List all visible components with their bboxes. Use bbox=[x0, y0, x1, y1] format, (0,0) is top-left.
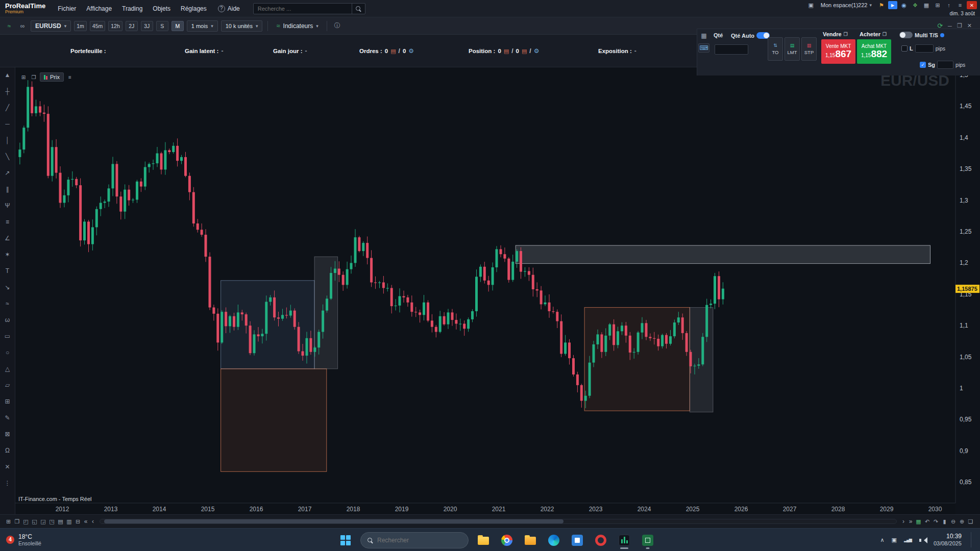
pencil-tool[interactable]: ✎ bbox=[2, 412, 13, 423]
fullscreen-icon[interactable]: ❏ bbox=[966, 517, 975, 526]
sg-pips-input[interactable] bbox=[937, 61, 953, 69]
layout-1-icon[interactable]: ◰ bbox=[21, 517, 30, 526]
chart-drawings[interactable] bbox=[221, 245, 930, 471]
hidden-icons-chevron[interactable]: ∧ bbox=[880, 537, 884, 543]
link-icon[interactable]: ∞ bbox=[17, 21, 28, 31]
calendar-icon[interactable]: ▦ bbox=[922, 1, 931, 9]
zoom-out-icon[interactable]: ⊖ bbox=[949, 517, 958, 526]
upload-icon[interactable]: ↑ bbox=[944, 1, 953, 9]
units-select[interactable]: 10 k unités ▾ bbox=[221, 20, 263, 32]
undo-icon[interactable]: ↶ bbox=[923, 517, 932, 526]
popout-icon[interactable]: ❐ bbox=[844, 32, 848, 37]
elliott-wave-tool[interactable]: ω bbox=[2, 314, 13, 325]
menu-trading[interactable]: Trading bbox=[117, 0, 148, 17]
popout-icon[interactable]: ❐ bbox=[883, 32, 887, 37]
add-indicator-icon[interactable]: ⊞ bbox=[19, 73, 28, 81]
zone-gray-2025[interactable] bbox=[690, 308, 713, 412]
duplicate-window-icon[interactable]: ❐ bbox=[13, 517, 21, 526]
l-pips-input[interactable] bbox=[915, 44, 934, 53]
minimize-icon[interactable]: ─ bbox=[948, 23, 952, 29]
pitchfork-tool[interactable]: Ψ bbox=[2, 200, 13, 211]
chart-type-icon[interactable]: ≈ bbox=[4, 21, 14, 31]
chrome-button[interactable] bbox=[498, 531, 516, 549]
timeframe-m[interactable]: M bbox=[172, 21, 184, 31]
show-desktop-button[interactable] bbox=[971, 532, 973, 547]
edge-button[interactable] bbox=[545, 531, 562, 549]
ray-tool[interactable]: ↗ bbox=[2, 167, 13, 179]
segment-tool[interactable]: ╲ bbox=[2, 151, 13, 162]
horizontal-scrollbar[interactable] bbox=[100, 519, 897, 524]
position-list-icon[interactable]: ▤ bbox=[504, 48, 509, 55]
close-icon[interactable]: ✕ bbox=[967, 1, 977, 9]
outlook-button[interactable] bbox=[569, 531, 586, 549]
scroll-left-button[interactable]: ‹ bbox=[89, 518, 96, 525]
economic-calendar-icon[interactable]: ▦ bbox=[914, 517, 923, 526]
gann-tool[interactable]: ✶ bbox=[2, 249, 13, 260]
print-icon[interactable]: ▥ bbox=[65, 517, 74, 526]
order-type-lmt[interactable]: ▤ LMT bbox=[785, 37, 800, 61]
detach-icon[interactable]: ⊟ bbox=[74, 517, 82, 526]
indicators-button[interactable]: ≈ Indicateurs ▾ bbox=[273, 20, 321, 32]
monitor-icon[interactable]: ▣ bbox=[892, 537, 897, 543]
sg-checkbox[interactable]: ✓ bbox=[920, 62, 926, 68]
probability-calculator-icon[interactable]: ▦ bbox=[698, 31, 709, 40]
volume-icon[interactable] bbox=[919, 537, 926, 543]
opera-button[interactable] bbox=[592, 531, 609, 549]
trend-line-tool[interactable]: ╱ bbox=[2, 102, 13, 113]
help-menu[interactable]: ? Aide bbox=[212, 5, 246, 12]
qty-input[interactable] bbox=[715, 44, 748, 55]
last-candle-icon[interactable]: ▮ bbox=[940, 517, 949, 526]
grid-tool[interactable]: ⊞ bbox=[2, 396, 13, 407]
vertical-line-tool[interactable]: │ bbox=[2, 135, 13, 146]
info-icon[interactable]: ⓘ bbox=[332, 21, 342, 31]
sound-active-icon[interactable]: ▶ bbox=[888, 1, 897, 9]
orders-settings-icon[interactable]: ⚙ bbox=[408, 47, 414, 55]
pointer-tool[interactable]: ▲ bbox=[2, 69, 13, 81]
network-icon[interactable]: ▂▄▆ bbox=[904, 538, 912, 542]
position-settings-icon[interactable]: ⚙ bbox=[534, 47, 540, 55]
fibonacci-fan-tool[interactable]: ∠ bbox=[2, 233, 13, 244]
scroll-far-left-button[interactable]: « bbox=[82, 518, 89, 525]
weather-widget[interactable]: 4 18°C Ensoleillé bbox=[0, 533, 102, 547]
save-workspace-icon[interactable]: ▤ bbox=[56, 517, 65, 526]
flag-icon[interactable]: ⚑ bbox=[877, 1, 886, 9]
chart-list-icon[interactable]: ≡ bbox=[66, 73, 74, 81]
eco-mode-icon[interactable]: ❖ bbox=[911, 1, 920, 9]
scroll-far-right-button[interactable]: » bbox=[907, 518, 914, 525]
menu-fichier[interactable]: Fichier bbox=[53, 0, 81, 17]
screen-share-icon[interactable]: ▣ bbox=[806, 1, 816, 9]
zigzag-tool[interactable]: ≈ bbox=[2, 298, 13, 309]
arrow-tool[interactable]: ↘ bbox=[2, 282, 13, 293]
multi-ts-toggle[interactable] bbox=[899, 32, 913, 38]
symbol-selector[interactable]: EURUSD ▾ bbox=[31, 20, 71, 32]
l-checkbox[interactable] bbox=[901, 45, 908, 52]
scrollbar-handle[interactable] bbox=[104, 519, 564, 523]
zoom-in-icon[interactable]: ⊕ bbox=[958, 517, 966, 526]
menu-icon[interactable]: ≡ bbox=[955, 1, 965, 9]
channel-tool[interactable]: ▱ bbox=[2, 380, 13, 391]
eraser-tool[interactable]: ⊠ bbox=[2, 429, 13, 440]
layout-4-icon[interactable]: ◳ bbox=[47, 517, 56, 526]
resistance-band-gray[interactable] bbox=[516, 245, 930, 264]
keyboard-icon[interactable]: ⌨ bbox=[698, 43, 709, 53]
menu-affichage[interactable]: Affichage bbox=[81, 0, 117, 17]
orders-list-icon[interactable]: ▤ bbox=[390, 48, 396, 55]
layout-2-icon[interactable]: ◱ bbox=[30, 517, 39, 526]
new-chart-icon[interactable]: ⊞ bbox=[4, 517, 13, 526]
fibonacci-retracement-tool[interactable]: ≡ bbox=[2, 216, 13, 228]
zone-gray-2017[interactable] bbox=[314, 257, 338, 369]
buy-market-button[interactable]: Achat MKT 1,15 882 bbox=[857, 39, 891, 64]
menu-objets[interactable]: Objets bbox=[148, 0, 176, 17]
magnet-tool[interactable]: Ω bbox=[2, 445, 13, 456]
ellipse-tool[interactable]: ○ bbox=[2, 347, 13, 358]
text-tool[interactable]: T bbox=[2, 265, 13, 277]
sell-market-button[interactable]: Vente MKT 1,15 867 bbox=[821, 39, 855, 64]
taskbar-search-input[interactable] bbox=[377, 537, 462, 544]
workspace-selector[interactable]: Mon espace(1)222 ▾ bbox=[818, 2, 875, 8]
layout-3-icon[interactable]: ◲ bbox=[39, 517, 47, 526]
scroll-right-button[interactable]: › bbox=[900, 518, 907, 525]
zone-orange-2015-2017[interactable] bbox=[221, 369, 327, 471]
order-type-stp[interactable]: ▥ STP bbox=[801, 37, 817, 61]
rectangle-tool[interactable]: ▭ bbox=[2, 331, 13, 342]
period-select[interactable]: 1 mois ▾ bbox=[187, 20, 218, 32]
